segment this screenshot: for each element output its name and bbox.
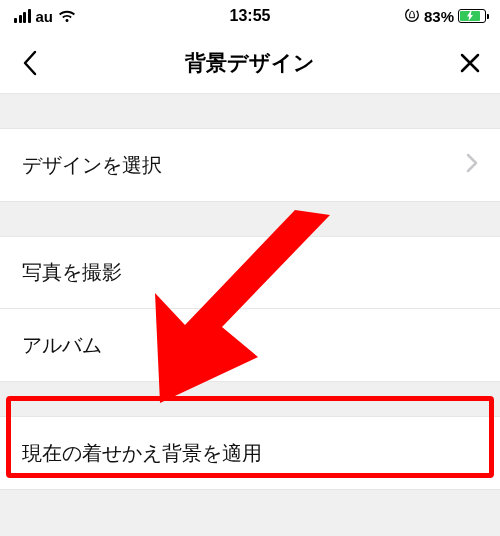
page-title: 背景デザイン	[185, 49, 315, 77]
orientation-lock-icon	[404, 7, 420, 26]
battery-pct: 83%	[424, 8, 454, 25]
status-right: 83%	[404, 7, 486, 26]
cell-apply-current-theme[interactable]: 現在の着せかえ背景を適用	[0, 417, 500, 489]
group-photo: 写真を撮影 アルバム	[0, 236, 500, 382]
status-bar: au 83% 13:55	[0, 0, 500, 32]
wifi-icon	[58, 9, 76, 23]
close-icon	[458, 51, 482, 75]
cell-label: 写真を撮影	[22, 259, 122, 286]
battery-icon	[458, 9, 486, 23]
cell-take-photo[interactable]: 写真を撮影	[0, 237, 500, 309]
svg-point-0	[406, 8, 419, 21]
group-apply: 現在の着せかえ背景を適用	[0, 416, 500, 490]
separator	[0, 382, 500, 416]
back-button[interactable]	[2, 35, 58, 91]
close-button[interactable]	[442, 35, 498, 91]
separator	[0, 94, 500, 128]
carrier-label: au	[36, 8, 54, 25]
separator	[0, 202, 500, 236]
cell-label: アルバム	[22, 332, 102, 359]
nav-bar: 背景デザイン	[0, 32, 500, 94]
separator	[0, 490, 500, 508]
cell-label: 現在の着せかえ背景を適用	[22, 440, 262, 467]
cell-album[interactable]: アルバム	[0, 309, 500, 381]
cell-label: デザインを選択	[22, 152, 162, 179]
signal-icon	[14, 9, 31, 23]
status-left: au	[14, 8, 76, 25]
group-design: デザインを選択	[0, 128, 500, 202]
cell-select-design[interactable]: デザインを選択	[0, 129, 500, 201]
chevron-right-icon	[466, 153, 478, 178]
chevron-left-icon	[21, 49, 39, 77]
